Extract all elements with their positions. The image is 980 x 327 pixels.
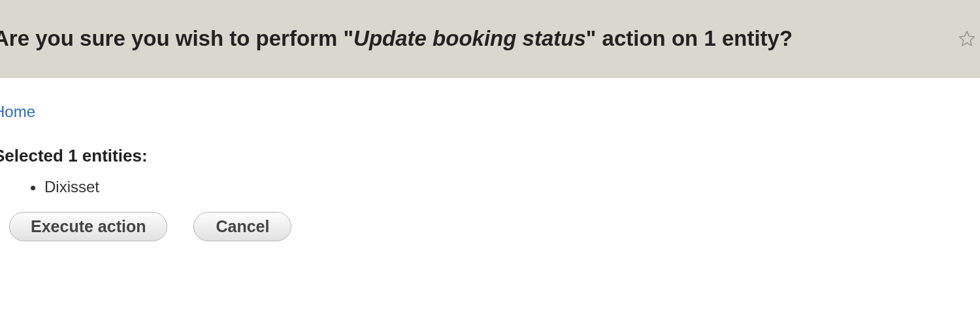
svg-marker-0 bbox=[960, 31, 975, 46]
entity-list: Dixisset bbox=[0, 178, 980, 196]
main-content: Home Selected 1 entities: Dixisset Execu… bbox=[0, 78, 980, 241]
page-title-prefix: Are you sure you wish to perform " bbox=[0, 26, 353, 50]
breadcrumb: Home bbox=[0, 103, 980, 121]
action-buttons: Execute action Cancel bbox=[9, 212, 980, 241]
selected-entities-heading: Selected 1 entities: bbox=[0, 146, 980, 166]
page-header: Are you sure you wish to perform "Update… bbox=[0, 0, 980, 78]
execute-action-button[interactable]: Execute action bbox=[9, 212, 167, 241]
page-title-action: Update booking status bbox=[353, 26, 586, 50]
list-item: Dixisset bbox=[44, 178, 980, 196]
star-icon[interactable] bbox=[958, 29, 976, 48]
cancel-button[interactable]: Cancel bbox=[193, 212, 291, 241]
page-title-suffix: " action on 1 entity? bbox=[586, 26, 792, 50]
breadcrumb-home[interactable]: Home bbox=[0, 103, 35, 120]
page-title: Are you sure you wish to perform "Update… bbox=[0, 26, 792, 51]
